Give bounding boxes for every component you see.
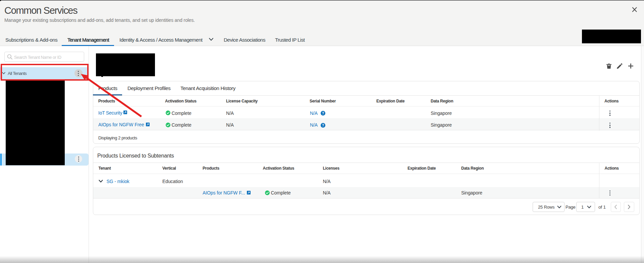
svg-text:?: ?	[322, 123, 324, 127]
svg-text:?: ?	[322, 111, 324, 115]
